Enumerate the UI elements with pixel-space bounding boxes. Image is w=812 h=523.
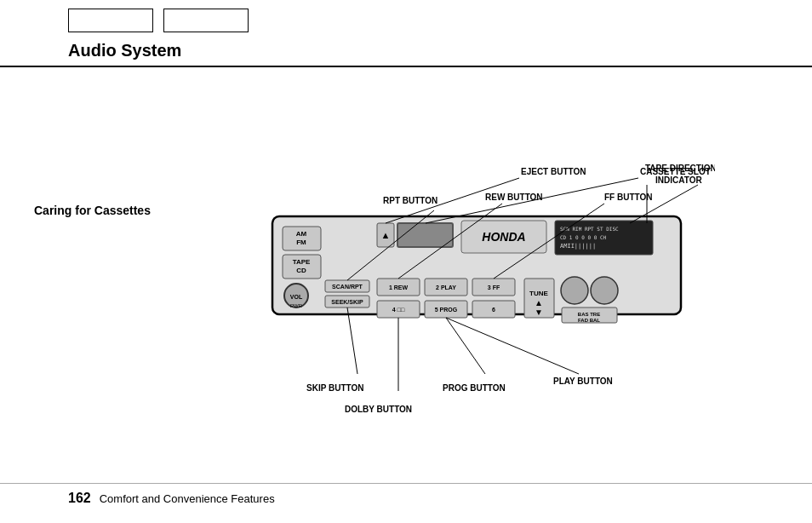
svg-text:2 PLAY: 2 PLAY xyxy=(436,284,456,290)
svg-text:▲: ▲ xyxy=(535,298,543,307)
svg-text:TAPE: TAPE xyxy=(293,258,311,266)
svg-text:1 REW: 1 REW xyxy=(389,284,409,290)
section-label: Caring for Cassettes xyxy=(34,204,204,217)
svg-text:SCN RIM RPT ST DISC: SCN RIM RPT ST DISC xyxy=(560,226,619,232)
svg-text:AMII||||||: AMII|||||| xyxy=(560,243,596,250)
bottom-text: Comfort and Convenience Features xyxy=(100,492,275,505)
svg-text:SCAN/RPT: SCAN/RPT xyxy=(332,284,363,290)
svg-text:VOL: VOL xyxy=(290,294,303,300)
svg-text:SKIP BUTTON: SKIP BUTTON xyxy=(306,383,363,393)
svg-text:FM: FM xyxy=(296,239,306,246)
svg-text:TUNE: TUNE xyxy=(529,290,548,297)
svg-text:6: 6 xyxy=(492,307,495,313)
svg-text:TAPE DIRECTION: TAPE DIRECTION xyxy=(645,164,715,173)
svg-text:HONDA: HONDA xyxy=(482,230,525,244)
svg-text:EJECT BUTTON: EJECT BUTTON xyxy=(521,167,586,176)
svg-text:3 FF: 3 FF xyxy=(488,284,500,290)
svg-text:REW BUTTON: REW BUTTON xyxy=(485,193,543,202)
svg-text:SEEK/SKIP: SEEK/SKIP xyxy=(331,299,363,305)
nav-box-2 xyxy=(163,9,249,32)
svg-text:PWR: PWR xyxy=(290,303,303,308)
svg-text:RPT BUTTON: RPT BUTTON xyxy=(383,196,437,205)
page-number: 162 xyxy=(68,491,91,506)
page-title: Audio System xyxy=(68,41,744,60)
svg-line-61 xyxy=(347,307,357,374)
svg-text:AM: AM xyxy=(296,230,307,238)
svg-text:5 PROG: 5 PROG xyxy=(435,307,458,313)
svg-text:FAD  BAL: FAD BAL xyxy=(578,318,600,323)
svg-text:CD: CD xyxy=(296,267,306,274)
nav-box-1 xyxy=(68,9,153,32)
svg-text:BAS  TRE: BAS TRE xyxy=(578,312,600,317)
svg-text:▼: ▼ xyxy=(535,307,543,317)
svg-text:CD 1 0 0 0 0 CH: CD 1 0 0 0 0 CH xyxy=(560,234,607,240)
svg-point-40 xyxy=(591,277,618,304)
svg-text:PROG BUTTON: PROG BUTTON xyxy=(443,383,506,393)
svg-text:FF BUTTON: FF BUTTON xyxy=(604,193,652,202)
svg-rect-16 xyxy=(397,223,453,247)
svg-text:4 □□: 4 □□ xyxy=(392,307,405,313)
svg-point-39 xyxy=(561,277,588,304)
audio-system-diagram: AM FM TAPE CD VOL PWR SCAN/RPT SEEK/SKIP… xyxy=(221,84,715,442)
svg-text:DOLBY BUTTON: DOLBY BUTTON xyxy=(345,405,412,414)
svg-text:PLAY BUTTON: PLAY BUTTON xyxy=(553,376,613,386)
svg-text:▲: ▲ xyxy=(381,230,391,240)
svg-text:INDICATOR: INDICATOR xyxy=(655,175,702,185)
